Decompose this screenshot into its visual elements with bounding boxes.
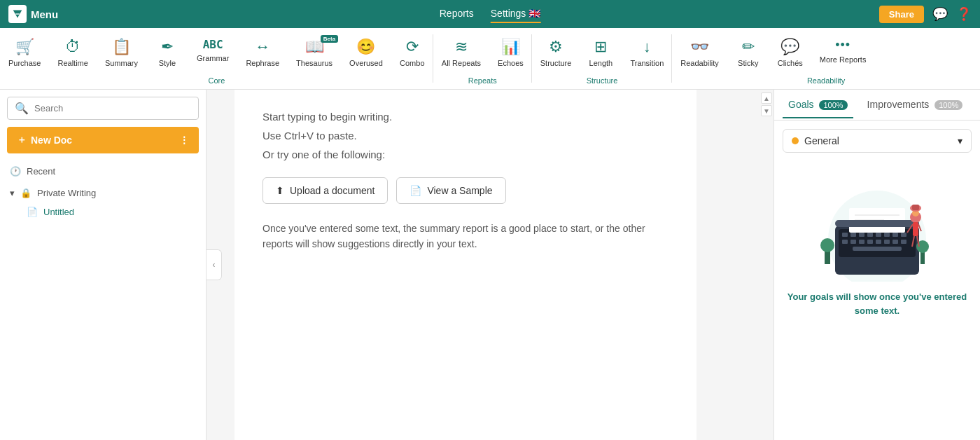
structure-icon: ⚙ — [549, 38, 563, 56]
toolbar-thesaurus[interactable]: Beta 📖 Thesaurus — [288, 34, 341, 71]
untitled-label: Untitled — [43, 207, 74, 217]
new-doc-button[interactable]: ＋ New Doc ⋮ — [7, 127, 199, 153]
toolbar-section-core: 🛒 Purchase ⏱ Realtime 📋 Summary ✒ Style … — [0, 28, 433, 89]
toolbar-section-readability: 👓 Readability ✏ Sticky 💬 Clichés ••• Mor… — [672, 28, 980, 89]
collapse-sidebar-button[interactable]: ‹ — [206, 249, 222, 280]
purchase-icon: 🛒 — [15, 38, 34, 56]
toolbar-more-reports[interactable]: ••• More Reports — [811, 34, 875, 68]
realtime-icon: ⏱ — [65, 38, 80, 56]
toolbar-style[interactable]: ✒ Style — [146, 34, 188, 71]
goals-tab-label: Goals — [788, 99, 814, 110]
new-doc-label: New Doc — [31, 135, 72, 146]
toolbar-grammar[interactable]: ABC Grammar — [188, 34, 237, 67]
main-layout: 🔍 ＋ New Doc ⋮ 🕐 Recent ▾ 🔒 Private Writi… — [0, 90, 980, 440]
share-button[interactable]: Share — [879, 6, 924, 23]
toolbar-length[interactable]: ⊞ Length — [580, 34, 622, 71]
help-icon-button[interactable]: ❓ — [956, 6, 972, 22]
purchase-label: Purchase — [8, 59, 41, 67]
grammar-label: Grammar — [197, 54, 229, 62]
goals-dropdown-label: General — [804, 135, 839, 146]
settings-link[interactable]: Settings 🇬🇧 — [491, 5, 540, 23]
toolbar: 🛒 Purchase ⏱ Realtime 📋 Summary ✒ Style … — [0, 28, 980, 90]
length-label: Length — [589, 59, 613, 67]
logo[interactable]: Menu — [8, 5, 58, 23]
svg-rect-29 — [913, 222, 918, 236]
overused-label: Overused — [349, 59, 383, 67]
plus-icon: ＋ — [17, 134, 27, 146]
right-panel: Goals 100% Improvements 100% General ▾ — [774, 90, 980, 440]
editor-hint-3: Or try one of the following: — [262, 149, 668, 160]
svg-rect-7 — [876, 233, 881, 237]
editor-hint-2: Use Ctrl+V to paste. — [262, 130, 668, 142]
top-navbar: Menu Reports Settings 🇬🇧 Share 💬 ❓ — [0, 0, 980, 28]
toolbar-realtime[interactable]: ⏱ Realtime — [49, 34, 96, 71]
toolbar-sticky[interactable]: ✏ Sticky — [727, 34, 769, 71]
toolbar-echoes[interactable]: 📊 Echoes — [489, 34, 532, 71]
chat-icon: 💬 — [932, 6, 948, 22]
svg-rect-18 — [901, 240, 906, 244]
thesaurus-label: Thesaurus — [296, 59, 332, 67]
editor-panel: Start typing to begin writing. Use Ctrl+… — [234, 90, 696, 440]
svg-rect-6 — [867, 233, 873, 237]
chat-icon-button[interactable]: 💬 — [932, 6, 948, 22]
svg-rect-10 — [901, 233, 906, 237]
scroll-down-button[interactable]: ▼ — [761, 105, 772, 116]
svg-rect-3 — [842, 233, 848, 237]
summary-label: Summary — [105, 59, 138, 67]
lock-icon: 🔒 — [20, 188, 31, 198]
sidebar-recent[interactable]: 🕐 Recent — [7, 162, 199, 181]
toolbar-structure[interactable]: ⚙ Structure — [532, 34, 580, 71]
upload-document-button[interactable]: ⬆ Upload a document — [262, 177, 388, 204]
overused-icon: 😊 — [356, 38, 375, 56]
tab-improvements[interactable]: Improvements 100% — [862, 92, 969, 118]
length-icon: ⊞ — [594, 38, 607, 56]
right-panel-tabs: Goals 100% Improvements 100% — [774, 90, 980, 121]
toolbar-purchase[interactable]: 🛒 Purchase — [0, 34, 49, 71]
toolbar-all-repeats[interactable]: ≋ All Repeats — [433, 34, 489, 71]
toolbar-readability[interactable]: 👓 Readability — [672, 34, 727, 71]
svg-rect-5 — [859, 233, 864, 237]
svg-point-25 — [820, 238, 834, 252]
menu-label: Menu — [31, 8, 58, 20]
combo-icon: ⟳ — [406, 38, 419, 56]
toolbar-summary[interactable]: 📋 Summary — [97, 34, 146, 71]
toolbar-transition[interactable]: ↓ Transition — [622, 34, 672, 71]
all-repeats-label: All Repeats — [442, 59, 481, 67]
svg-rect-16 — [884, 240, 890, 244]
sidebar-group-header-private[interactable]: ▾ 🔒 Private Writing — [7, 184, 199, 202]
more-reports-label: More Reports — [820, 55, 867, 64]
cliches-label: Clichés — [778, 59, 803, 67]
view-sample-button[interactable]: 📄 View a Sample — [396, 177, 505, 204]
sticky-icon: ✏ — [742, 38, 755, 56]
typewriter-illustration — [814, 170, 940, 282]
toolbar-combo[interactable]: ⟳ Combo — [391, 34, 433, 71]
sidebar-group-private: ▾ 🔒 Private Writing 📄 Untitled — [7, 184, 199, 221]
search-input[interactable] — [34, 103, 191, 114]
editor-actions: ⬆ Upload a document 📄 View a Sample — [262, 177, 668, 204]
goals-status-dot — [792, 137, 799, 144]
improvements-badge: 100% — [934, 100, 962, 110]
upload-icon: ⬆ — [276, 185, 284, 196]
sticky-label: Sticky — [738, 59, 758, 67]
core-section-label: Core — [208, 76, 225, 85]
tab-goals[interactable]: Goals 100% — [783, 92, 853, 118]
editor-note: Once you've entered some text, the summa… — [262, 221, 668, 252]
toolbar-cliches[interactable]: 💬 Clichés — [769, 34, 811, 71]
logo-icon — [8, 5, 27, 23]
toolbar-overused[interactable]: 😊 Overused — [341, 34, 391, 71]
sidebar-item-untitled[interactable]: 📄 Untitled — [7, 202, 199, 221]
svg-rect-19 — [853, 247, 902, 251]
goals-dropdown[interactable]: General ▾ — [783, 129, 972, 153]
readability-label: Readability — [680, 59, 718, 67]
transition-label: Transition — [630, 59, 664, 67]
structure-label: Structure — [540, 59, 572, 67]
reports-link[interactable]: Reports — [440, 5, 474, 23]
content-area: ‹ ▲ ▼ Start typing to begin writing. Use… — [206, 90, 774, 440]
more-reports-icon: ••• — [835, 38, 850, 53]
grammar-icon: ABC — [203, 38, 223, 51]
scroll-up-button[interactable]: ▲ — [761, 92, 772, 104]
chevron-down-icon: ▾ — [958, 135, 962, 146]
toolbar-rephrase[interactable]: ↔ Rephrase — [237, 34, 288, 71]
svg-rect-9 — [892, 233, 898, 237]
editor-hint-1: Start typing to begin writing. — [262, 111, 668, 123]
